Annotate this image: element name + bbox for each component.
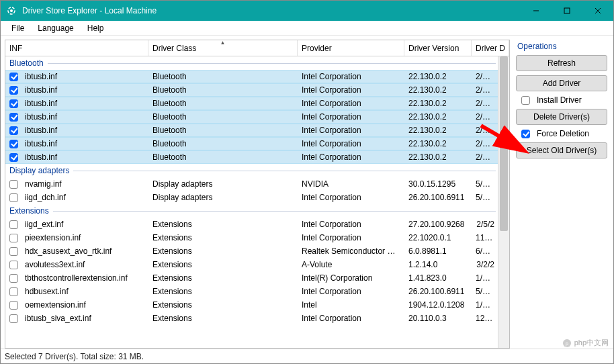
cell: ibtusb_siva_ext.inf <box>21 314 148 323</box>
col-driver-date[interactable]: Driver D <box>472 40 509 56</box>
cell: Intel <box>298 300 404 310</box>
row-checkbox[interactable] <box>9 274 18 283</box>
table-row[interactable]: oemextension.infExtensionsIntel1904.12.0… <box>5 298 509 312</box>
cell: 22.130.0.2 <box>404 85 472 95</box>
row-checkbox[interactable] <box>9 261 18 269</box>
cell: 6.0.8981.1 <box>404 246 472 256</box>
row-checkbox[interactable] <box>9 126 18 135</box>
table-row[interactable]: nvamig.infDisplay adaptersNVIDIA30.0.15.… <box>5 177 509 191</box>
menubar: File Language Help <box>1 21 613 36</box>
maximize-button[interactable] <box>552 1 582 21</box>
cell: 1.41.823.0 <box>404 273 472 283</box>
table-row[interactable]: ibtusb.infBluetoothIntel Corporation22.1… <box>5 70 509 83</box>
cell: Extensions <box>148 233 298 242</box>
scrollbar-thumb[interactable] <box>500 56 508 231</box>
cell: Extensions <box>148 220 298 229</box>
row-checkbox[interactable] <box>9 180 18 189</box>
table-row[interactable]: pieextension.infExtensionsIntel Corporat… <box>5 231 509 244</box>
row-checkbox[interactable] <box>9 140 18 148</box>
cell: Intel Corporation <box>298 139 404 148</box>
table-body[interactable]: Bluetoothibtusb.infBluetoothIntel Corpor… <box>5 56 509 348</box>
cell: iigd_ext.inf <box>21 220 148 229</box>
col-driver-class[interactable]: Driver Class ▲ <box>148 40 298 56</box>
force-deletion-checkbox[interactable]: Force Deletion <box>516 129 607 138</box>
table-row[interactable]: tbthostcontrollerextension.infExtensions… <box>5 271 509 285</box>
col-inf[interactable]: INF <box>5 40 148 56</box>
content-area: INF Driver Class ▲ Provider Driver Versi… <box>1 36 613 349</box>
install-driver-checkbox[interactable]: Install Driver <box>516 95 607 105</box>
table-row[interactable]: avolutess3ext.infExtensionsA-Volute1.2.1… <box>5 258 509 271</box>
cell: 1.2.14.0 <box>404 260 472 269</box>
col-driver-version[interactable]: Driver Version <box>404 40 472 56</box>
group-label: Bluetooth <box>9 58 44 68</box>
scrollbar-track[interactable] <box>498 56 509 348</box>
titlebar[interactable]: Driver Store Explorer - Local Machine <box>1 1 613 21</box>
minimize-button[interactable] <box>521 1 552 21</box>
cell: Intel Corporation <box>298 72 404 81</box>
table-row[interactable]: ibtusb.infBluetoothIntel Corporation22.1… <box>5 110 509 124</box>
cell: Extensions <box>148 300 298 310</box>
cell: NVIDIA <box>298 179 404 189</box>
cell: ibtusb.inf <box>21 99 148 108</box>
row-checkbox[interactable] <box>9 86 18 95</box>
watermark: p php中文网 <box>562 338 609 348</box>
cell: ibtusb.inf <box>21 112 148 122</box>
cell: 22.130.0.2 <box>404 112 472 122</box>
table-row[interactable]: ibtusb.infBluetoothIntel Corporation22.1… <box>5 137 509 150</box>
cell: nvamig.inf <box>21 179 148 189</box>
row-checkbox[interactable] <box>9 287 18 296</box>
row-checkbox[interactable] <box>9 99 18 108</box>
cell: 22.130.0.2 <box>404 72 472 81</box>
cell: Intel Corporation <box>298 126 404 135</box>
cell: Realtek Semiconductor Corp. <box>298 246 404 256</box>
close-button[interactable] <box>582 1 613 21</box>
add-driver-button[interactable]: Add Driver <box>516 75 607 91</box>
cell: 22.130.0.2 <box>404 152 472 162</box>
window-title: Driver Store Explorer - Local Machine <box>22 6 157 15</box>
cell: Extensions <box>148 260 298 269</box>
menu-help[interactable]: Help <box>81 22 111 34</box>
col-provider[interactable]: Provider <box>298 40 404 56</box>
svg-point-1 <box>10 9 13 12</box>
table-row[interactable]: hdbusext.infExtensionsIntel Corporation2… <box>5 285 509 298</box>
cell: Bluetooth <box>148 152 298 162</box>
table-row[interactable]: ibtusb.infBluetoothIntel Corporation22.1… <box>5 83 509 97</box>
delete-drivers-button[interactable]: Delete Driver(s) <box>516 109 607 125</box>
checkbox-icon <box>521 130 530 138</box>
refresh-button[interactable]: Refresh <box>516 55 607 71</box>
group-header[interactable]: Bluetooth <box>5 56 509 70</box>
group-header[interactable]: Extensions <box>5 204 509 218</box>
row-checkbox[interactable] <box>9 234 18 242</box>
select-old-drivers-button[interactable]: Select Old Driver(s) <box>516 142 607 158</box>
cell: Extensions <box>148 246 298 256</box>
table-row[interactable]: ibtusb_siva_ext.infExtensionsIntel Corpo… <box>5 312 509 325</box>
row-checkbox[interactable] <box>9 113 18 122</box>
menu-file[interactable]: File <box>5 22 31 34</box>
menu-language[interactable]: Language <box>31 22 80 34</box>
cell: A-Volute <box>298 260 404 269</box>
cell: Bluetooth <box>148 99 298 108</box>
row-checkbox[interactable] <box>9 73 18 81</box>
table-row[interactable]: iigd_ext.infExtensionsIntel Corporation2… <box>5 218 509 231</box>
group-header[interactable]: Display adapters <box>5 164 509 177</box>
group-label: Extensions <box>9 206 49 216</box>
table-row[interactable]: ibtusb.infBluetoothIntel Corporation22.1… <box>5 97 509 110</box>
table-row[interactable]: iigd_dch.infDisplay adaptersIntel Corpor… <box>5 191 509 204</box>
row-checkbox[interactable] <box>9 314 18 323</box>
cell: ibtusb.inf <box>21 152 148 162</box>
row-checkbox[interactable] <box>9 247 18 256</box>
table-row[interactable]: ibtusb.infBluetoothIntel Corporation22.1… <box>5 150 509 164</box>
checkbox-icon <box>521 96 530 105</box>
cell: Bluetooth <box>148 126 298 135</box>
table-row[interactable]: ibtusb.infBluetoothIntel Corporation22.1… <box>5 124 509 137</box>
cell: 22.130.0.2 <box>404 139 472 148</box>
table-row[interactable]: hdx_asusext_avo_rtk.infExtensionsRealtek… <box>5 244 509 258</box>
row-checkbox[interactable] <box>9 301 18 310</box>
cell: ibtusb.inf <box>21 85 148 95</box>
row-checkbox[interactable] <box>9 193 18 202</box>
driver-table: INF Driver Class ▲ Provider Driver Versi… <box>5 40 510 349</box>
cell: 26.20.100.6911 <box>404 287 472 296</box>
row-checkbox[interactable] <box>9 153 18 162</box>
status-bar: Selected 7 Driver(s). Total size: 31 MB. <box>1 349 613 363</box>
row-checkbox[interactable] <box>9 220 18 229</box>
